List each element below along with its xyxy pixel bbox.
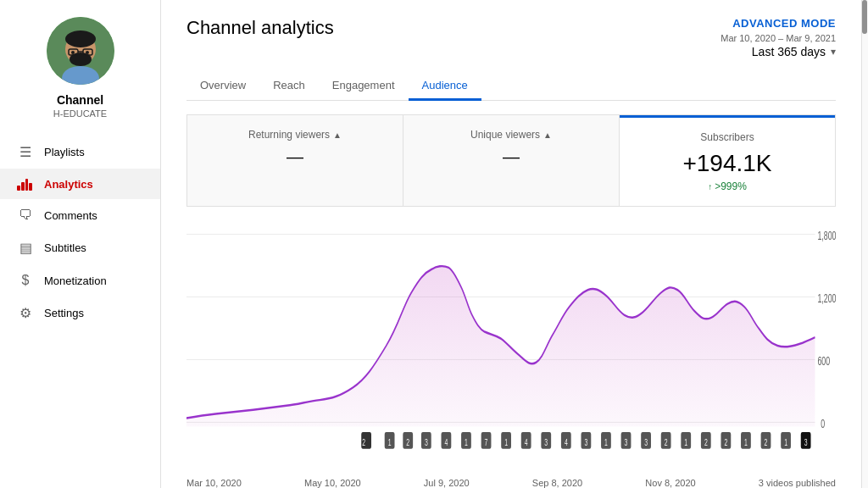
- tab-reach[interactable]: Reach: [259, 72, 319, 101]
- sidebar-item-playlists[interactable]: ☰ Playlists: [0, 136, 160, 169]
- svg-text:1: 1: [504, 436, 508, 447]
- svg-text:1: 1: [784, 436, 787, 447]
- tabs-bar: Overview Reach Engagement Audience: [186, 72, 836, 101]
- sidebar-item-comments[interactable]: 🗨 Comments: [0, 199, 160, 231]
- tab-audience[interactable]: Audience: [409, 72, 481, 101]
- x-label-2: May 10, 2020: [304, 478, 361, 488]
- comment-icon: 🗨: [17, 208, 34, 223]
- svg-text:3: 3: [584, 436, 587, 447]
- bar-chart-icon: [17, 177, 34, 191]
- scrollbar[interactable]: [861, 0, 868, 488]
- metric-card-subscribers: Subscribers +194.1K ↑ >999%: [620, 115, 835, 206]
- svg-point-9: [86, 51, 89, 54]
- svg-text:2: 2: [765, 436, 768, 447]
- info-icon: ▲: [543, 130, 552, 140]
- svg-text:2: 2: [406, 436, 409, 447]
- chart-area: 1,800 1,200 600 0 2: [186, 220, 836, 471]
- sidebar-item-settings[interactable]: ⚙ Settings: [0, 297, 160, 330]
- metric-label-subscribers: Subscribers: [637, 131, 818, 143]
- x-label-1: Mar 10, 2020: [186, 478, 242, 488]
- svg-text:4: 4: [565, 436, 568, 447]
- main-content: Channel analytics ADVANCED MODE Mar 10, …: [161, 0, 861, 488]
- svg-text:3: 3: [625, 436, 628, 447]
- info-icon: ▲: [333, 130, 342, 140]
- dollar-icon: $: [17, 273, 34, 288]
- svg-text:2: 2: [362, 436, 365, 447]
- metric-value-subscribers: +194.1K: [637, 150, 818, 177]
- scrollbar-thumb[interactable]: [862, 0, 867, 34]
- date-range-wrapper: Mar 10, 2020 – Mar 9, 2021 Last 365 days…: [721, 33, 836, 58]
- header-right: ADVANCED MODE Mar 10, 2020 – Mar 9, 2021…: [721, 17, 836, 58]
- sidebar-item-label: Analytics: [44, 178, 93, 191]
- svg-text:3: 3: [804, 436, 808, 447]
- svg-text:1: 1: [684, 436, 687, 447]
- svg-text:2: 2: [665, 436, 668, 447]
- svg-text:3: 3: [644, 436, 648, 447]
- subtitles-icon: ▤: [17, 240, 34, 256]
- tab-overview[interactable]: Overview: [186, 72, 259, 101]
- x-label-4: Sep 8, 2020: [532, 478, 582, 488]
- metric-card-returning-viewers: Returning viewers ▲ —: [187, 115, 403, 206]
- svg-text:1: 1: [604, 436, 608, 447]
- arrow-up-icon: ↑: [708, 182, 712, 191]
- svg-point-8: [71, 51, 75, 54]
- svg-text:1,800: 1,800: [817, 229, 836, 243]
- metric-value-returning: —: [204, 147, 386, 167]
- metric-value-unique: —: [420, 147, 602, 167]
- advanced-mode-button[interactable]: ADVANCED MODE: [732, 17, 836, 30]
- date-range-value: Last 365 days: [752, 45, 826, 58]
- svg-text:2: 2: [704, 436, 708, 447]
- metric-card-unique-viewers: Unique viewers ▲ —: [403, 115, 620, 206]
- svg-text:1: 1: [388, 436, 392, 447]
- avatar: [47, 17, 114, 85]
- svg-text:1,200: 1,200: [817, 291, 836, 306]
- svg-text:0: 0: [821, 417, 825, 431]
- x-label-5: Nov 8, 2020: [645, 478, 695, 488]
- sidebar-item-monetization[interactable]: $ Monetization: [0, 264, 160, 297]
- svg-text:1: 1: [465, 436, 468, 447]
- svg-text:1: 1: [744, 436, 748, 447]
- channel-name: Channel: [57, 93, 103, 107]
- sidebar-item-label: Subtitles: [44, 241, 86, 254]
- chart-svg: 1,800 1,200 600 0 2: [186, 220, 836, 471]
- metric-label-returning: Returning viewers ▲: [204, 129, 386, 141]
- svg-text:4: 4: [444, 436, 448, 447]
- sidebar-item-label: Monetization: [44, 274, 107, 287]
- metric-label-unique: Unique viewers ▲: [420, 129, 602, 141]
- sidebar-item-subtitles[interactable]: ▤ Subtitles: [0, 231, 160, 264]
- date-range-label: Mar 10, 2020 – Mar 9, 2021: [721, 33, 836, 43]
- menu-icon: ☰: [17, 144, 34, 160]
- sidebar-item-label: Playlists: [44, 146, 85, 158]
- chart-footer: Mar 10, 2020 May 10, 2020 Jul 9, 2020 Se…: [186, 478, 836, 488]
- nav-list: ☰ Playlists Analytics 🗨 Comments: [0, 136, 160, 330]
- svg-text:4: 4: [525, 436, 528, 447]
- svg-text:600: 600: [817, 354, 830, 369]
- videos-published: 3 videos published: [759, 478, 836, 488]
- main-header: Channel analytics ADVANCED MODE Mar 10, …: [186, 17, 836, 58]
- metric-change-subscribers: ↑ >999%: [637, 180, 818, 192]
- x-label-3: Jul 9, 2020: [424, 478, 470, 488]
- page-title: Channel analytics: [186, 17, 334, 39]
- svg-text:3: 3: [544, 436, 548, 447]
- svg-text:3: 3: [425, 436, 428, 447]
- tab-engagement[interactable]: Engagement: [319, 72, 409, 101]
- channel-handle: H-EDUCATE: [53, 108, 107, 119]
- sidebar-item-analytics[interactable]: Analytics: [0, 169, 160, 199]
- sidebar-item-label: Comments: [44, 209, 97, 222]
- svg-text:2: 2: [724, 436, 727, 447]
- gear-icon: ⚙: [17, 305, 34, 321]
- svg-text:7: 7: [485, 436, 488, 447]
- svg-point-3: [65, 30, 96, 47]
- metric-cards: Returning viewers ▲ — Unique viewers ▲ —…: [186, 114, 836, 207]
- sidebar-item-label: Settings: [44, 307, 84, 319]
- date-range-selector[interactable]: Last 365 days ▾: [752, 45, 836, 58]
- sidebar: Channel H-EDUCATE ☰ Playlists Analytics: [0, 0, 161, 488]
- chevron-down-icon: ▾: [831, 46, 836, 58]
